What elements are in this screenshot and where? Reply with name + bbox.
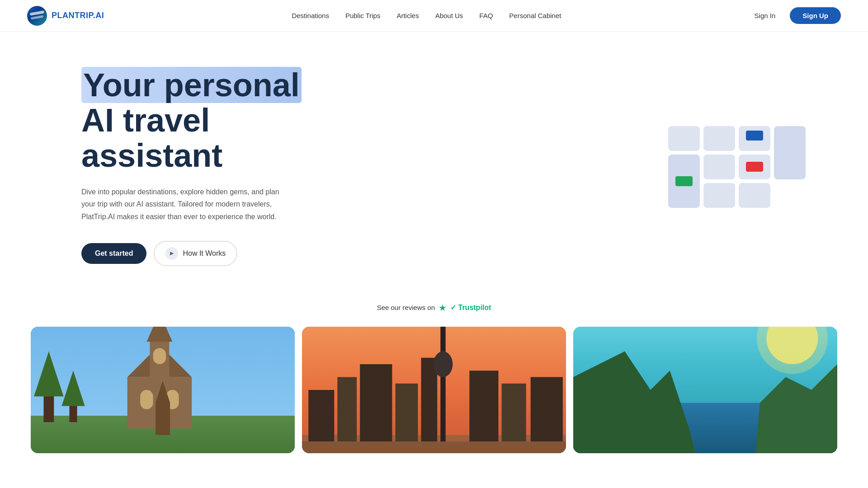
vis-grid — [668, 126, 806, 208]
destination-card-1[interactable] — [31, 327, 295, 453]
nav-personal-cabinet[interactable]: Personal Cabinet — [509, 12, 561, 19]
vis-card-8 — [703, 183, 735, 208]
destination-card-3[interactable] — [573, 327, 837, 453]
svg-rect-15 — [308, 390, 334, 441]
vis-card-6 — [703, 155, 735, 179]
svg-rect-10 — [140, 390, 153, 409]
svg-rect-17 — [360, 364, 392, 441]
nav-faq[interactable]: FAQ — [479, 12, 493, 19]
trustpilot-text: See our reviews on — [377, 304, 435, 311]
nav-actions: Sign In Sign Up — [749, 7, 841, 24]
destination-image-3 — [573, 327, 837, 453]
vis-card-7 — [739, 155, 770, 179]
svg-rect-16 — [337, 377, 357, 441]
play-icon: ▶ — [165, 247, 178, 260]
svg-rect-20 — [440, 327, 445, 441]
hero-section: Your personal AI travel assistant Dive i… — [0, 32, 868, 293]
nav-about-us[interactable]: About Us — [435, 12, 463, 19]
hero-buttons: Get started ▶ How It Works — [81, 241, 302, 266]
destination-image-2 — [302, 327, 566, 453]
logo-icon — [27, 6, 47, 26]
destination-image-1 — [31, 327, 295, 453]
logo-text: PLANTRIP.AI — [52, 11, 104, 20]
vis-card-4 — [774, 126, 806, 179]
vis-card-5 — [668, 155, 700, 208]
hero-title-line1: Your personal — [81, 67, 302, 103]
svg-rect-11 — [166, 390, 179, 409]
destinations-row — [0, 327, 868, 453]
church-svg — [31, 327, 295, 453]
sign-up-button[interactable]: Sign Up — [790, 7, 841, 24]
vis-card-9 — [739, 183, 770, 208]
city-svg — [302, 327, 566, 453]
nav-articles[interactable]: Articles — [396, 12, 419, 19]
trustpilot-star: ★ — [439, 302, 447, 313]
trustpilot-logo: ✓ Trustpilot — [450, 303, 491, 312]
hero-title: Your personal AI travel assistant — [81, 68, 302, 173]
vis-card-2 — [703, 126, 735, 151]
vis-card-1 — [668, 126, 700, 151]
svg-rect-23 — [502, 384, 526, 441]
hero-content: Your personal AI travel assistant Dive i… — [81, 68, 302, 266]
vis-card-3 — [739, 126, 770, 151]
svg-rect-12 — [153, 348, 166, 364]
sign-in-button[interactable]: Sign In — [749, 8, 781, 23]
svg-rect-25 — [302, 441, 566, 453]
destination-card-2[interactable] — [302, 327, 566, 453]
trustpilot-bar: See our reviews on ★ ✓ Trustpilot — [0, 293, 868, 322]
svg-rect-24 — [531, 377, 563, 441]
hero-description: Dive into popular destinations, explore … — [81, 186, 280, 223]
svg-point-21 — [434, 351, 453, 377]
nav-destinations[interactable]: Destinations — [292, 12, 329, 19]
hero-title-line3: assistant — [81, 137, 222, 174]
cliff-svg — [573, 327, 837, 453]
svg-rect-6 — [127, 377, 192, 428]
nav-public-trips[interactable]: Public Trips — [345, 12, 381, 19]
red-block — [746, 162, 763, 172]
nav-links: Destinations Public Trips Articles About… — [292, 12, 561, 19]
blue-block — [746, 131, 763, 141]
navbar: PLANTRIP.AI Destinations Public Trips Ar… — [0, 0, 868, 32]
svg-rect-18 — [396, 384, 418, 441]
get-started-button[interactable]: Get started — [81, 243, 146, 264]
how-it-works-button[interactable]: ▶ How It Works — [154, 241, 237, 266]
green-block — [675, 176, 693, 186]
logo[interactable]: PLANTRIP.AI — [27, 6, 104, 26]
hero-title-line2: AI travel — [81, 102, 210, 138]
svg-rect-22 — [469, 371, 498, 441]
hero-illustration — [660, 117, 814, 216]
